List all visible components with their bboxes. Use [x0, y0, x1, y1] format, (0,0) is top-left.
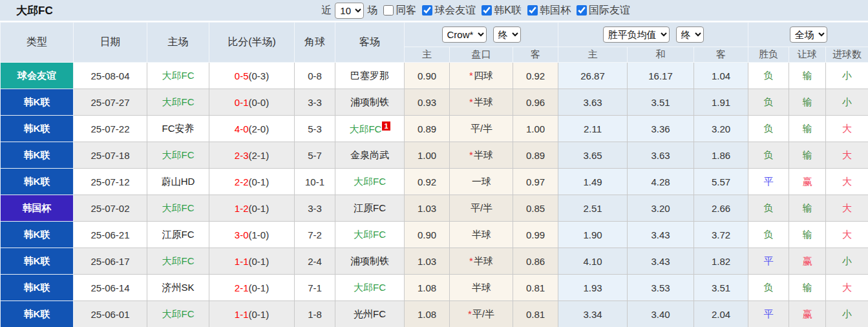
- home-team: 济州SK: [147, 275, 209, 301]
- handicap-line: *半球: [450, 248, 513, 275]
- result-goals: 小: [826, 89, 868, 116]
- star-marker: *: [469, 255, 473, 266]
- match-stats-panel: 大邱FC 近 10 场 同客 球会友谊 韩K联 韩国杯: [0, 0, 868, 327]
- home-team: FC安养: [147, 116, 209, 142]
- avg-odds-home: 1.90: [558, 222, 628, 248]
- result-outcome: 平: [748, 248, 789, 275]
- recent-count-select[interactable]: 10: [335, 3, 364, 19]
- handicap-line: *四球: [450, 63, 513, 89]
- star-marker: *: [468, 308, 472, 319]
- recent-label: 近: [321, 4, 332, 17]
- result-scope-group: 全场: [748, 23, 868, 47]
- result-outcome: 负: [748, 116, 789, 142]
- match-date: 25-07-18: [74, 142, 147, 169]
- corner-score: 1-8: [295, 301, 335, 327]
- handicap-odds-home: 1.08: [405, 301, 450, 327]
- match-type-badge: 球会友谊: [1, 63, 74, 89]
- handicap-odds-away: 0.81: [513, 275, 558, 301]
- filter-checkbox-kleague[interactable]: [482, 5, 492, 16]
- match-date: 25-06-21: [74, 222, 147, 248]
- table-row: 韩K联 25-07-12 蔚山HD 2-2(0-1) 10-1 大邱FC 0.9…: [1, 169, 868, 195]
- filter-label-intl-friendly: 国际友谊: [589, 4, 630, 17]
- result-goals: 小: [826, 301, 868, 327]
- avg-odds-away: 3.51: [694, 275, 748, 301]
- match-type-badge: 韩K联: [1, 275, 74, 301]
- col-header-type: 类型: [1, 23, 74, 63]
- avg-odds-away: 2.04: [694, 301, 748, 327]
- result-handicap: 输: [789, 116, 826, 142]
- avg-odds-draw: 3.63: [628, 142, 694, 169]
- table-row: 韩K联 25-06-14 济州SK 2-1(0-1) 7-1 大邱FC 1.08…: [1, 275, 868, 301]
- away-team: 光州FC: [335, 301, 405, 327]
- handicap-odds-away: 0.97: [513, 169, 558, 195]
- avg-odds-draw: 3.53: [628, 275, 694, 301]
- avg-odds-away: 1.04: [694, 63, 748, 89]
- match-type-badge: 韩K联: [1, 169, 74, 195]
- avg-odds-away: 3.20: [694, 116, 748, 142]
- away-team: 巴塞罗那: [335, 63, 405, 89]
- table-row: 韩K联 25-06-01 大邱FC 1-1(0-1) 1-8 光州FC 1.08…: [1, 301, 868, 327]
- match-date: 25-07-22: [74, 116, 147, 142]
- home-team: 大邱FC: [147, 248, 209, 275]
- handicap-odds-home: 1.08: [405, 275, 450, 301]
- home-team: 大邱FC: [147, 142, 209, 169]
- handicap-odds-home: 1.03: [405, 195, 450, 222]
- result-goals: 小: [826, 248, 868, 275]
- result-goals: 大: [826, 195, 868, 222]
- avg-odds-away: 2.66: [694, 195, 748, 222]
- result-outcome: 负: [748, 222, 789, 248]
- result-handicap: 赢: [789, 169, 826, 195]
- result-handicap: 输: [789, 195, 826, 222]
- corner-score: 2-4: [295, 248, 335, 275]
- score-halftime: 0-1(0-0): [209, 89, 295, 116]
- away-team: 浦项制铁: [335, 248, 405, 275]
- result-goals: 小: [826, 63, 868, 89]
- avg-odds-draw: 3.43: [628, 222, 694, 248]
- filter-checkbox-intl-friendly[interactable]: [577, 5, 587, 16]
- result-goals: 大: [826, 116, 868, 142]
- table-row: 韩K联 25-06-17 大邱FC 1-1(0-1) 2-4 浦项制铁 1.03…: [1, 248, 868, 275]
- avg-odds-home: 3.63: [558, 89, 628, 116]
- handicap-odds-home: 0.92: [405, 169, 450, 195]
- odds-period-select[interactable]: 终: [493, 26, 521, 43]
- filter-checkbox-club-friendly[interactable]: [422, 5, 432, 16]
- avg-odds-draw: 3.40: [628, 301, 694, 327]
- handicap-odds-away: 0.81: [513, 301, 558, 327]
- table-row: 韩国杯 25-07-02 大邱FC 1-2(0-1) 3-3 江原FC 1.03…: [1, 195, 868, 222]
- result-outcome: 负: [748, 63, 789, 89]
- handicap-odds-home: 0.90: [405, 63, 450, 89]
- table-row: 韩K联 25-07-22 FC安养 4-0(2-0) 5-3 大邱FC1 0.8…: [1, 116, 868, 142]
- star-marker: *: [469, 96, 473, 107]
- corner-score: 7-2: [295, 222, 335, 248]
- corner-score: 5-3: [295, 116, 335, 142]
- filter-checkbox-korean-cup[interactable]: [527, 5, 538, 16]
- avg-odds-draw: 3.43: [628, 248, 694, 275]
- result-handicap: 输: [789, 275, 826, 301]
- avg-odds-group: 胜平负均值 终: [558, 23, 748, 47]
- table-row: 韩K联 25-07-18 大邱FC 2-3(2-1) 5-7 金泉尚武 1.00…: [1, 142, 868, 169]
- match-type-badge: 韩K联: [1, 142, 74, 169]
- home-team: 大邱FC: [147, 89, 209, 116]
- avg-odds-away: 1.91: [694, 89, 748, 116]
- table-row: 韩K联 25-06-21 江原FC 3-0(1-0) 7-2 大邱FC 0.90…: [1, 222, 868, 248]
- score-halftime: 1-1(0-1): [209, 248, 295, 275]
- same-away-checkbox[interactable]: [383, 5, 394, 16]
- avg-period-select[interactable]: 终: [676, 26, 704, 43]
- subcol-avg-home: 主: [558, 47, 628, 63]
- result-goals: 大: [826, 142, 868, 169]
- score-halftime: 1-2(0-1): [209, 195, 295, 222]
- scope-select[interactable]: 全场: [790, 26, 827, 43]
- odds-company-select[interactable]: Crow*: [442, 26, 487, 43]
- result-goals: 大: [826, 169, 868, 195]
- handicap-odds-home: 0.93: [405, 89, 450, 116]
- match-type-badge: 韩K联: [1, 116, 74, 142]
- col-header-date: 日期: [74, 23, 147, 63]
- handicap-line: *半球: [450, 142, 513, 169]
- subcol-odds-away: 客: [513, 47, 558, 63]
- subcol-avg-away: 客: [694, 47, 748, 63]
- away-team: 大邱FC: [335, 222, 405, 248]
- avg-odds-away: 1.82: [694, 248, 748, 275]
- match-type-badge: 韩K联: [1, 301, 74, 327]
- result-handicap: 输: [789, 89, 826, 116]
- avg-odds-select[interactable]: 胜平负均值: [603, 26, 670, 43]
